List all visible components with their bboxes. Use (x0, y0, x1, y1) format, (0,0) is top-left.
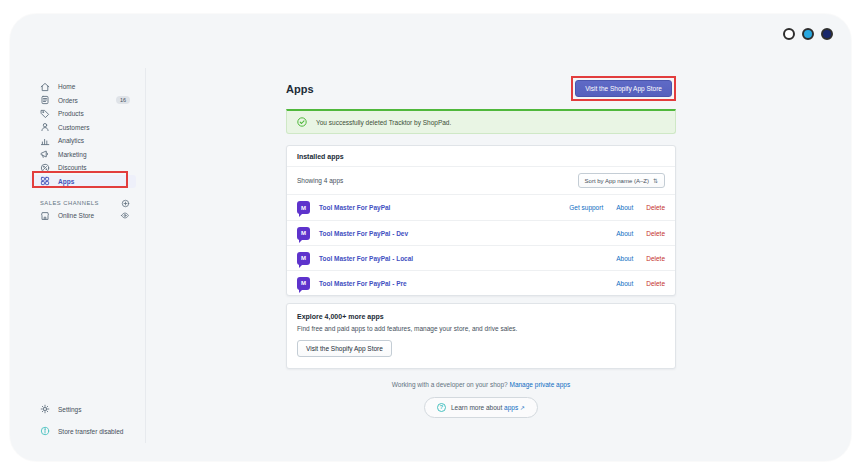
storefront-icon (40, 211, 50, 221)
about-link[interactable]: About (616, 280, 633, 287)
sidebar-item-marketing[interactable]: Marketing (30, 148, 136, 162)
sidebar-item-customers[interactable]: Customers (30, 121, 136, 135)
store-transfer-label: Store transfer disabled (58, 428, 123, 435)
indicator-dots (783, 28, 833, 40)
dot-darkblue-icon[interactable] (821, 28, 833, 40)
sidebar-item-label: Online Store (58, 212, 94, 219)
delete-link[interactable]: Delete (646, 204, 665, 211)
sort-label: Sort by App name (A–Z) (585, 178, 649, 184)
sidebar-divider (145, 68, 146, 443)
sidebar-item-settings[interactable]: Settings (30, 402, 136, 416)
sales-channels-header: SALES CHANNELS (30, 197, 136, 209)
delete-link[interactable]: Delete (646, 255, 665, 262)
gear-icon (40, 404, 50, 414)
sidebar-item-label: Apps (58, 178, 74, 185)
installed-apps-card: Installed apps Showing 4 apps Sort by Ap… (286, 145, 676, 296)
get-support-link[interactable]: Get support (569, 204, 603, 211)
sidebar-item-discounts[interactable]: Discounts (30, 161, 136, 175)
sidebar-item-apps[interactable]: Apps (30, 175, 136, 189)
learn-more-wrap: ? Learn more about apps ↗ (286, 397, 676, 418)
page-header: Apps Visit the Shopify App Store (286, 76, 676, 101)
marketing-icon (40, 149, 50, 159)
app-actions: About Delete (616, 230, 665, 237)
manage-private-apps-link[interactable]: Manage private apps (509, 381, 570, 388)
orders-count-badge: 16 (116, 96, 130, 104)
sidebar: Home Orders 16 Products Customers Analyt… (30, 80, 136, 223)
banner-message: You successfully deleted Tracktor by Sho… (316, 119, 451, 126)
store-transfer-status[interactable]: Store transfer disabled (30, 424, 136, 438)
explore-description: Find free and paid apps to add features,… (297, 325, 665, 332)
sidebar-item-products[interactable]: Products (30, 107, 136, 121)
sort-arrows-icon: ⇅ (653, 177, 658, 184)
app-icon: M (297, 277, 310, 290)
visit-app-store-secondary-button[interactable]: Visit the Shopify App Store (297, 340, 392, 357)
main-content: Apps Visit the Shopify App Store You suc… (286, 76, 676, 418)
delete-link[interactable]: Delete (646, 230, 665, 237)
info-circle-icon (40, 426, 50, 436)
sort-select[interactable]: Sort by App name (A–Z) ⇅ (578, 173, 665, 188)
learn-more-pill[interactable]: ? Learn more about apps ↗ (424, 397, 538, 418)
about-link[interactable]: About (616, 230, 633, 237)
add-channel-icon[interactable] (121, 199, 130, 208)
dot-lightblue-icon[interactable] (802, 28, 814, 40)
delete-link[interactable]: Delete (646, 280, 665, 287)
app-row: M Tool Master For PayPal - Local About D… (287, 245, 675, 270)
app-row: M Tool Master For PayPal Get support Abo… (287, 195, 675, 220)
showing-count: Showing 4 apps (297, 177, 343, 184)
sidebar-item-home[interactable]: Home (30, 80, 136, 94)
external-link-icon: ↗ (520, 405, 525, 411)
developer-text: Working with a developer on your shop? (392, 381, 510, 388)
app-name-link[interactable]: Tool Master For PayPal - Dev (319, 230, 408, 237)
annotation-box-app-store-button: Visit the Shopify App Store (571, 76, 676, 101)
app-actions: About Delete (616, 255, 665, 262)
admin-window: Home Orders 16 Products Customers Analyt… (10, 14, 851, 461)
apps-icon (40, 176, 50, 186)
sidebar-bottom: Settings Store transfer disabled (30, 402, 136, 446)
sidebar-item-orders[interactable]: Orders 16 (30, 94, 136, 108)
app-name-link[interactable]: Tool Master For PayPal (319, 204, 390, 211)
visit-app-store-button[interactable]: Visit the Shopify App Store (575, 80, 672, 97)
app-actions: About Delete (616, 280, 665, 287)
apps-toolbar: Showing 4 apps Sort by App name (A–Z) ⇅ (287, 167, 675, 194)
about-link[interactable]: About (616, 255, 633, 262)
page-title: Apps (286, 83, 314, 95)
app-list: M Tool Master For PayPal Get support Abo… (287, 194, 675, 295)
customers-icon (40, 122, 50, 132)
analytics-icon (40, 136, 50, 146)
check-circle-icon (297, 117, 307, 127)
success-banner: You successfully deleted Tracktor by Sho… (286, 109, 676, 134)
app-name-link[interactable]: Tool Master For PayPal - Local (319, 255, 413, 262)
help-circle-icon: ? (437, 403, 446, 412)
learn-more-text: Learn more about apps ↗ (451, 404, 525, 411)
explore-apps-card: Explore 4,000+ more apps Find free and p… (286, 303, 676, 369)
sidebar-item-label: Customers (58, 124, 89, 131)
home-icon (40, 82, 50, 92)
about-link[interactable]: About (616, 204, 633, 211)
app-icon: M (297, 252, 310, 265)
sidebar-item-label: Products (58, 110, 84, 117)
app-icon: M (297, 227, 310, 240)
sidebar-item-label: Discounts (58, 164, 87, 171)
learn-more-apps-link[interactable]: apps (504, 404, 518, 411)
sidebar-item-label: Analytics (58, 137, 84, 144)
sales-channels-label: SALES CHANNELS (40, 200, 99, 206)
sidebar-item-analytics[interactable]: Analytics (30, 134, 136, 148)
app-row: M Tool Master For PayPal - Pre About Del… (287, 270, 675, 295)
app-name-link[interactable]: Tool Master For PayPal - Pre (319, 280, 407, 287)
discounts-icon (40, 163, 50, 173)
sidebar-item-label: Home (58, 83, 75, 90)
orders-icon (40, 95, 50, 105)
sidebar-item-label: Orders (58, 97, 78, 104)
app-actions: Get support About Delete (569, 204, 665, 211)
products-icon (40, 109, 50, 119)
sidebar-item-online-store[interactable]: Online Store (30, 209, 136, 223)
app-row: M Tool Master For PayPal - Dev About Del… (287, 220, 675, 245)
learn-more-prefix: Learn more about (451, 404, 504, 411)
sidebar-item-label: Settings (58, 406, 82, 413)
dot-white-icon[interactable] (783, 28, 795, 40)
eye-icon[interactable] (120, 211, 130, 220)
installed-apps-title: Installed apps (287, 146, 675, 167)
app-icon: M (297, 201, 310, 214)
developer-footer: Working with a developer on your shop? M… (286, 381, 676, 388)
sidebar-item-label: Marketing (58, 151, 87, 158)
